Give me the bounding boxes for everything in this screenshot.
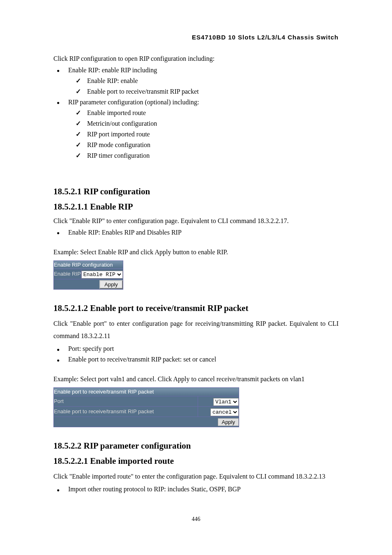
- apply-button[interactable]: Apply: [99, 280, 123, 289]
- list-item-text: RIP timer configuration: [87, 152, 150, 159]
- enable-port-list: Port: specify port Enable port to receiv…: [53, 344, 339, 364]
- list-item: Enable RIP: enable RIP including Enable …: [68, 65, 339, 97]
- list-item: RIP port imported route: [87, 129, 339, 139]
- port-select[interactable]: Vlan1: [213, 398, 239, 406]
- form-label-port: Port: [54, 396, 198, 406]
- heading-rip-configuration: 18.5.2.1 RIP configuration: [53, 185, 339, 198]
- enable-rip-form: Enable RIP configuration Enable RIP Enab…: [53, 260, 123, 290]
- list-item: RIP timer configuration: [87, 151, 339, 161]
- enable-rip-list: Enable RIP: Enables RIP and Disables RIP: [53, 228, 339, 237]
- heading-enable-rip: 18.5.2.1.1 Enable RIP: [53, 200, 339, 214]
- form-header: Enable port to receive/transmit RIP pack…: [54, 388, 239, 396]
- list-item-text: RIP parameter configuration (optional) i…: [68, 99, 199, 106]
- main-list: Enable RIP: enable RIP including Enable …: [53, 65, 339, 161]
- list-item-text: Enable RIP: Enables RIP and Disables RIP: [68, 229, 182, 236]
- list-item: Enable port to receive/transmit RIP pack…: [87, 87, 339, 97]
- form-input-cell: cancel: [198, 406, 239, 417]
- list-item: Enable RIP: enable: [87, 76, 339, 86]
- page-header-title: ES4710BD 10 Slots L2/L3/L4 Chassis Switc…: [53, 33, 339, 42]
- list-item-text: Enable port to receive/transmit RIP pack…: [68, 356, 216, 363]
- apply-button[interactable]: Apply: [218, 418, 239, 426]
- sub-list: Enable imported route Metricin/out confi…: [68, 108, 339, 161]
- form-input-cell: Vlan1: [198, 396, 239, 406]
- page-number: 446: [53, 515, 339, 523]
- list-item: RIP mode configuration: [87, 140, 339, 150]
- list-item: Enable port to receive/transmit RIP pack…: [68, 355, 339, 364]
- list-item-text: Metricin/out configuration: [87, 120, 157, 127]
- enable-port-select[interactable]: cancel: [210, 408, 239, 416]
- intro-paragraph: Click RIP configuration to open RIP conf…: [53, 54, 339, 64]
- list-item-text: Enable RIP: enable RIP including: [68, 67, 157, 74]
- enable-rip-example: Example: Select Enable RIP and click App…: [53, 247, 339, 257]
- form-label-enable-rip: Enable RIP: [54, 269, 81, 279]
- list-item-text: Import other routing protocol to RIP: in…: [68, 486, 241, 493]
- heading-enable-imported-route: 18.5.2.2.1 Enable imported route: [53, 455, 339, 468]
- list-item-text: Enable port to receive/transmit RIP pack…: [87, 88, 199, 95]
- enable-rip-select[interactable]: Enable RIP: [81, 271, 123, 279]
- paragraph-enable-port: Click "Enable port" to enter configurati…: [53, 318, 339, 343]
- paragraph-enable-rip: Click "Enable RIP" to enter configuratio…: [53, 216, 339, 226]
- form-label-enable-port: Enable port to receive/transmit RIP pack…: [54, 406, 198, 417]
- list-item: Port: specify port: [68, 344, 339, 354]
- list-item: Import other routing protocol to RIP: in…: [68, 484, 339, 494]
- list-item: Metricin/out configuration: [87, 119, 339, 129]
- list-item-text: Port: specify port: [68, 345, 114, 352]
- import-list: Import other routing protocol to RIP: in…: [53, 484, 339, 494]
- enable-port-form: Enable port to receive/transmit RIP pack…: [53, 387, 239, 427]
- list-item-text: Enable RIP: enable: [87, 77, 138, 84]
- list-item-text: RIP mode configuration: [87, 141, 150, 148]
- sub-list: Enable RIP: enable Enable port to receiv…: [68, 76, 339, 97]
- paragraph-imported-route: Click "Enable imported route" to enter t…: [53, 470, 339, 483]
- heading-rip-parameter: 18.5.2.2 RIP parameter configuration: [53, 440, 339, 453]
- list-item-text: RIP port imported route: [87, 131, 150, 138]
- form-apply-row: Apply: [54, 417, 239, 427]
- form-header: Enable RIP configuration: [54, 260, 123, 269]
- list-item: Enable imported route: [87, 108, 339, 118]
- form-input-cell: Enable RIP: [81, 269, 123, 279]
- enable-port-example: Example: Select port valn1 and cancel. C…: [53, 374, 339, 384]
- list-item: RIP parameter configuration (optional) i…: [68, 97, 339, 161]
- list-item-text: Enable imported route: [87, 109, 146, 116]
- heading-enable-port: 18.5.2.1.2 Enable port to receive/transm…: [53, 302, 339, 315]
- list-item: Enable RIP: Enables RIP and Disables RIP: [68, 228, 339, 237]
- form-apply-row: Apply: [54, 279, 123, 290]
